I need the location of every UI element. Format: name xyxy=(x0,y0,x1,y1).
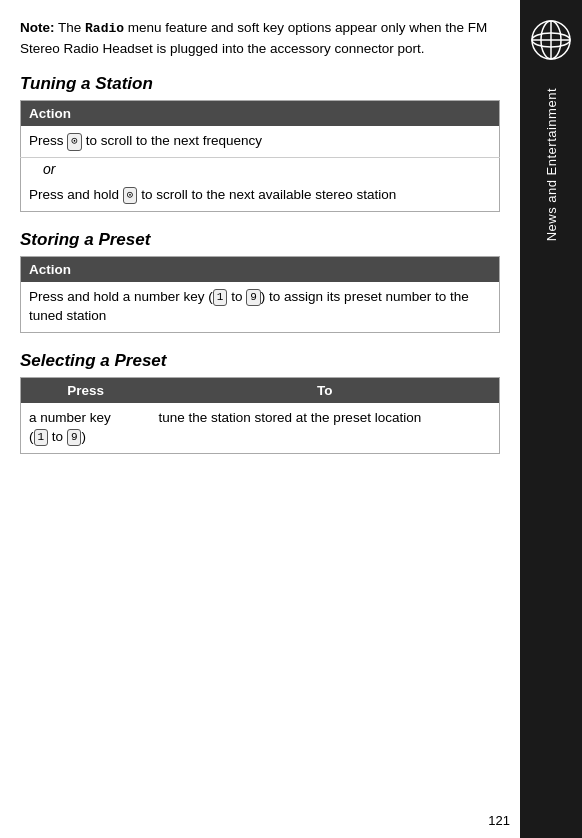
nav-key-icon-1: ⊙ xyxy=(67,133,82,150)
tuning-row-1: Press ⊙ to scroll to the next frequency xyxy=(21,126,500,157)
note-body: The Radio menu feature and soft key opti… xyxy=(20,20,487,56)
key-9-icon-storing: 9 xyxy=(246,289,261,306)
tuning-section-title: Tuning a Station xyxy=(20,74,500,94)
storing-table-header-row: Action xyxy=(21,257,500,283)
note-prefix: Note: xyxy=(20,20,55,35)
radio-label: Radio xyxy=(85,21,124,36)
tuning-action-header: Action xyxy=(21,101,500,127)
tuning-or-label: or xyxy=(21,158,500,181)
page-number: 121 xyxy=(488,813,510,828)
tuning-or-row: or xyxy=(21,158,500,181)
tuning-row-2: Press and hold ⊙ to scroll to the next a… xyxy=(21,180,500,211)
key-1-icon-storing: 1 xyxy=(213,289,228,306)
selecting-section-title: Selecting a Preset xyxy=(20,351,500,371)
right-sidebar: News and Entertainment xyxy=(520,0,582,838)
selecting-to-header: To xyxy=(151,377,500,403)
tuning-action-1: Press ⊙ to scroll to the next frequency xyxy=(21,126,500,157)
selecting-to-cell: tune the station stored at the preset lo… xyxy=(151,403,500,453)
tuning-action-2: Press and hold ⊙ to scroll to the next a… xyxy=(21,180,500,211)
selecting-press-header: Press xyxy=(21,377,151,403)
nav-key-icon-2: ⊙ xyxy=(123,187,138,204)
selecting-table: Press To a number key(1 to 9) tune the s… xyxy=(20,377,500,454)
storing-table: Action Press and hold a number key (1 to… xyxy=(20,256,500,333)
selecting-press-cell: a number key(1 to 9) xyxy=(21,403,151,453)
selecting-table-header-row: Press To xyxy=(21,377,500,403)
key-1-icon-selecting: 1 xyxy=(34,429,49,446)
tuning-table-header-row: Action xyxy=(21,101,500,127)
note-paragraph: Note: The Radio menu feature and soft ke… xyxy=(20,18,500,58)
key-9-icon-selecting: 9 xyxy=(67,429,82,446)
selecting-row-1: a number key(1 to 9) tune the station st… xyxy=(21,403,500,453)
sidebar-label: News and Entertainment xyxy=(544,88,559,241)
storing-section-title: Storing a Preset xyxy=(20,230,500,250)
storing-action-header: Action xyxy=(21,257,500,283)
tuning-table: Action Press ⊙ to scroll to the next fre… xyxy=(20,100,500,212)
storing-row-1: Press and hold a number key (1 to 9) to … xyxy=(21,282,500,332)
storing-action-1: Press and hold a number key (1 to 9) to … xyxy=(21,282,500,332)
globe-icon xyxy=(529,18,573,62)
